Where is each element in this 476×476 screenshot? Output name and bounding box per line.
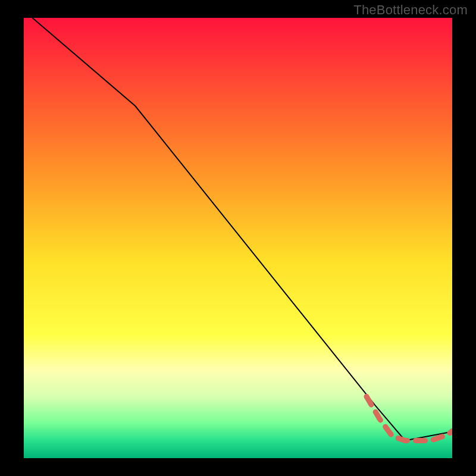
chart-stage: TheBottleneck.com: [0, 0, 476, 476]
bottleneck-chart: [24, 18, 452, 458]
chart-background: [24, 18, 452, 458]
chart-svg: [24, 18, 452, 458]
watermark-text: TheBottleneck.com: [353, 2, 468, 18]
